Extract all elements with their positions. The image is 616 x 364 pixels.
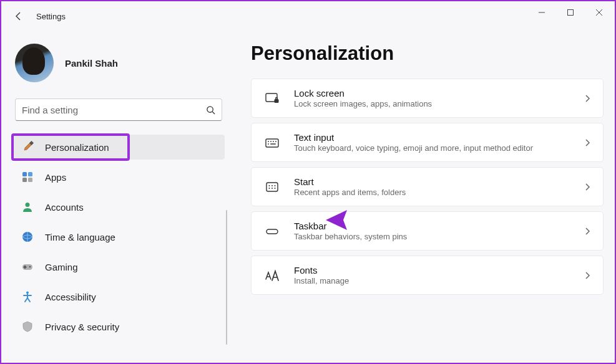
svg-point-21 [268,141,269,142]
close-button[interactable] [585,2,614,22]
main-content: Personalization Lock screen Lock screen … [232,31,615,363]
card-text-input[interactable]: Text input Touch keyboard, voice typing,… [251,123,604,162]
sidebar: Pankil Shah Personalization Apps [1,31,232,363]
gamepad-icon [21,261,34,273]
sidebar-item-label: Apps [45,172,66,183]
card-title: Start [294,176,570,187]
sidebar-scrollbar[interactable] [226,210,227,345]
svg-rect-7 [22,178,27,182]
back-button[interactable] [6,4,31,29]
card-desc: Lock screen images, apps, animations [294,99,570,108]
nav-list: Personalization Apps Accounts Time & l [12,135,225,339]
titlebar: Settings [1,1,615,31]
svg-rect-5 [22,172,27,176]
svg-point-31 [269,188,270,189]
window-controls [527,2,614,22]
sidebar-item-label: Accessibility [45,292,96,302]
sidebar-item-label: Privacy & security [45,322,119,332]
shield-icon [21,320,34,333]
svg-point-25 [268,143,269,145]
maximize-button[interactable] [556,2,585,22]
person-icon [21,201,34,213]
taskbar-icon [264,225,280,237]
search-icon [206,105,215,115]
sidebar-item-label: Accounts [45,202,84,213]
sidebar-item-personalization[interactable]: Personalization [12,135,225,160]
apps-icon [21,171,34,183]
svg-rect-26 [270,143,276,145]
page-title: Personalization [251,42,604,65]
card-title: Lock screen [294,88,570,98]
sidebar-item-accessibility[interactable]: Accessibility [12,284,225,309]
keyboard-icon [264,136,280,149]
chevron-right-icon [584,227,590,236]
sidebar-item-time-language[interactable]: Time & language [12,224,225,249]
sidebar-item-apps[interactable]: Apps [12,165,225,189]
sidebar-item-label: Time & language [45,232,115,242]
svg-point-2 [207,106,213,112]
svg-rect-19 [276,97,278,99]
card-desc: Recent apps and items, folders [294,188,570,197]
svg-point-16 [26,292,29,294]
card-taskbar[interactable]: Taskbar Taskbar behaviors, system pins [251,211,604,251]
card-start[interactable]: Start Recent apps and items, folders [251,167,604,206]
chevron-right-icon [584,94,590,103]
card-title: Fonts [294,265,570,275]
search-box[interactable] [15,98,222,121]
svg-point-22 [270,141,271,142]
sidebar-item-label: Personalization [45,142,109,153]
svg-rect-27 [266,183,278,191]
fonts-icon [264,269,280,282]
svg-point-29 [271,185,273,186]
sidebar-item-privacy-security[interactable]: Privacy & security [12,314,225,339]
svg-line-3 [212,112,215,114]
svg-rect-6 [28,172,32,176]
svg-point-23 [273,141,274,142]
chevron-right-icon [584,271,590,280]
search-input[interactable] [22,105,206,115]
accessibility-icon [21,290,34,303]
svg-rect-1 [568,10,574,16]
svg-point-28 [269,185,270,186]
svg-rect-20 [266,139,278,147]
sidebar-item-gaming[interactable]: Gaming [12,254,225,279]
card-desc: Touch keyboard, voice typing, emoji and … [294,143,570,153]
app-title: Settings [36,12,66,21]
lock-screen-icon [264,92,280,105]
svg-point-24 [275,141,276,142]
card-title: Text input [294,132,570,143]
paintbrush-icon [21,141,34,153]
card-lock-screen[interactable]: Lock screen Lock screen images, apps, an… [251,79,604,118]
svg-point-32 [271,188,273,189]
card-desc: Taskbar behaviors, system pins [294,232,570,241]
globe-clock-icon [21,231,34,243]
svg-rect-15 [24,267,27,268]
minimize-button[interactable] [527,2,556,22]
profile-section[interactable]: Pankil Shah [15,44,225,82]
card-title: Taskbar [294,221,570,231]
svg-point-12 [29,266,31,268]
sidebar-item-label: Gaming [45,262,78,272]
svg-point-30 [275,185,276,186]
card-desc: Install, manage [294,276,570,285]
sidebar-item-accounts[interactable]: Accounts [12,194,225,219]
start-menu-icon [264,181,280,193]
svg-rect-34 [266,229,278,234]
svg-rect-8 [28,178,32,182]
svg-point-33 [275,188,276,189]
chevron-right-icon [584,183,590,191]
user-name: Pankil Shah [65,58,118,69]
card-fonts[interactable]: Fonts Install, manage [251,256,604,295]
svg-point-9 [26,203,30,207]
chevron-right-icon [584,138,590,147]
avatar [15,44,54,82]
